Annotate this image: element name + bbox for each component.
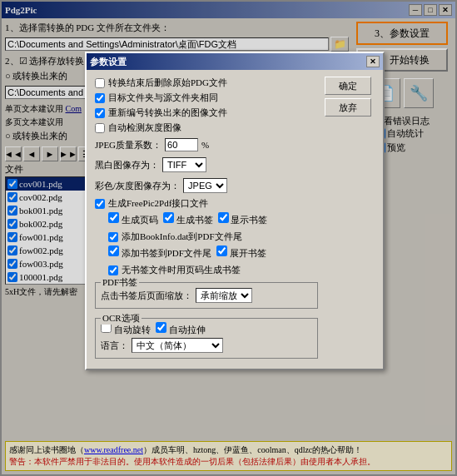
main-window: Pdg2Pic ─ □ ✕ 1、选择需转换的 PDG 文件所在文件夹： 📁 2、… bbox=[0, 0, 457, 476]
jpeg-quality-row: JPEG质量系数： % bbox=[95, 138, 318, 151]
same-folder-label: 目标文件夹与源文件夹相同 bbox=[108, 92, 218, 104]
dialog-left: 转换结束后删除原始PDG文件 目标文件夹与源文件夹相同 重新编号转换出来的图像文… bbox=[95, 77, 318, 362]
language-label: 语言： bbox=[101, 340, 128, 352]
jpeg-quality-unit: % bbox=[201, 140, 209, 150]
pdf-bookmark-title: PDF书签 bbox=[101, 276, 139, 289]
ok-button[interactable]: 确定 bbox=[325, 77, 371, 95]
add-bookinfo-checkbox[interactable] bbox=[108, 232, 118, 242]
delete-original-label: 转换结束后删除原始PDG文件 bbox=[108, 77, 227, 89]
click-bookmark-label: 点击书签后页面缩放： bbox=[101, 290, 192, 302]
delete-original-checkbox[interactable] bbox=[95, 78, 105, 88]
dialog-right: 确定 放弃 bbox=[325, 77, 375, 362]
bw-image-label: 黑白图像存为： bbox=[95, 159, 159, 171]
add-bookinfo-label: 添加BookInfo.dat到PDF文件尾 bbox=[122, 231, 242, 243]
no-signature-row: 无书签文件时用页码生成书签 bbox=[108, 264, 318, 276]
auto-detect-row: 自动检测灰度图像 bbox=[95, 121, 318, 134]
add-signature-check: 添加书签到PDF文件尾 bbox=[108, 245, 211, 260]
color-image-row: 彩色/灰度图像存为： JPEG TIFF PNG BMP bbox=[95, 178, 318, 193]
gen-pdf-checkbox[interactable] bbox=[95, 199, 105, 209]
auto-detect-label: 自动检测灰度图像 bbox=[108, 121, 181, 134]
dialog-close-button[interactable]: ✕ bbox=[366, 56, 380, 67]
bw-image-row: 黑白图像存为： TIFF JPEG PNG BMP bbox=[95, 157, 318, 172]
no-signature-checkbox[interactable] bbox=[108, 265, 118, 275]
dialog-title-bar: 参数设置 ✕ bbox=[87, 53, 383, 70]
sub-check-row1: 生成页码 生成书签 显示书签 bbox=[108, 212, 318, 226]
pdf-bookmark-section: PDF书签 点击书签后页面缩放： 承前缩放 适合页面 适合宽度 bbox=[95, 282, 318, 309]
gen-pdf-label: 生成FreePic2Pdf接口文件 bbox=[108, 197, 208, 210]
auto-detect-checkbox[interactable] bbox=[95, 123, 105, 133]
same-folder-checkbox[interactable] bbox=[95, 93, 105, 103]
gen-bookmark-check: 生成书签 bbox=[163, 212, 213, 226]
cancel-button[interactable]: 放弃 bbox=[325, 98, 371, 117]
overwrite-label: 重新编号转换出来的图像文件 bbox=[108, 107, 227, 119]
params-dialog: 参数设置 ✕ 转换结束后删除原始PDG文件 目标文件夹与源文件夹相同 重新编号转… bbox=[85, 52, 385, 370]
bw-image-select[interactable]: TIFF JPEG PNG BMP bbox=[162, 157, 206, 172]
color-image-label: 彩色/灰度图像存为： bbox=[95, 180, 180, 192]
show-bookmark-check: 显示书签 bbox=[218, 212, 268, 226]
ocr-title: OCR选项 bbox=[101, 312, 142, 325]
auto-stretch-check: 自动拉伸 bbox=[156, 322, 206, 336]
same-folder-row: 目标文件夹与源文件夹相同 bbox=[95, 92, 318, 104]
gen-pdf-row: 生成FreePic2Pdf接口文件 bbox=[95, 197, 318, 210]
overwrite-checkbox[interactable] bbox=[95, 108, 105, 118]
color-image-select[interactable]: JPEG TIFF PNG BMP bbox=[183, 178, 227, 193]
ocr-section: OCR选项 自动旋转 自动拉伸 语言： 中文（简体） 中文（繁体） 英文 bbox=[95, 318, 318, 359]
delete-original-row: 转换结束后删除原始PDG文件 bbox=[95, 77, 318, 89]
show-signature-check: 展开书签 bbox=[216, 245, 266, 260]
gen-pagenum-check: 生成页码 bbox=[108, 212, 158, 226]
overwrite-row: 重新编号转换出来的图像文件 bbox=[95, 107, 318, 119]
click-bookmark-row: 点击书签后页面缩放： 承前缩放 适合页面 适合宽度 bbox=[101, 288, 312, 303]
add-bookinfo-row: 添加BookInfo.dat到PDF文件尾 bbox=[108, 231, 318, 243]
dialog-body: 转换结束后删除原始PDG文件 目标文件夹与源文件夹相同 重新编号转换出来的图像文… bbox=[87, 70, 383, 369]
jpeg-quality-label: JPEG质量系数： bbox=[95, 139, 161, 151]
jpeg-quality-input[interactable] bbox=[165, 138, 198, 151]
language-row: 语言： 中文（简体） 中文（繁体） 英文 bbox=[101, 338, 312, 353]
click-bookmark-select[interactable]: 承前缩放 适合页面 适合宽度 bbox=[196, 288, 252, 303]
dialog-title-text: 参数设置 bbox=[90, 56, 127, 68]
sub-check-row2: 添加书签到PDF文件尾 展开书签 bbox=[108, 245, 318, 260]
language-select[interactable]: 中文（简体） 中文（繁体） 英文 bbox=[132, 338, 223, 353]
no-signature-label: 无书签文件时用页码生成书签 bbox=[122, 264, 241, 276]
